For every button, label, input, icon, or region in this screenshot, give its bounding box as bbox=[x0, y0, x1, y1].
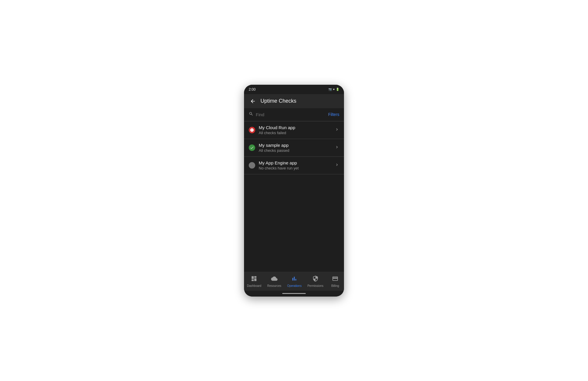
permissions-icon bbox=[312, 275, 319, 283]
back-button[interactable] bbox=[249, 97, 257, 105]
camera-icon: 📷 bbox=[328, 88, 332, 91]
home-bar bbox=[282, 293, 306, 294]
wifi-icon: ▾ bbox=[333, 88, 335, 91]
list-item[interactable]: My sample app All checks passed bbox=[244, 139, 344, 157]
page-title: Uptime Checks bbox=[260, 98, 296, 104]
nav-label-resources: Resources bbox=[267, 284, 281, 287]
home-indicator bbox=[244, 291, 344, 297]
chevron-right-icon bbox=[335, 145, 339, 151]
list-item[interactable]: My App Engine app No checks have run yet bbox=[244, 157, 344, 174]
nav-label-dashboard: Dashboard bbox=[247, 284, 261, 287]
status-icons: 📷 ▾ 🔋 bbox=[328, 88, 339, 91]
divider-3 bbox=[244, 174, 344, 174]
chevron-right-icon bbox=[335, 162, 339, 168]
status-bar: 2:00 📷 ▾ 🔋 bbox=[244, 85, 344, 94]
operations-icon bbox=[291, 275, 298, 283]
battery-icon: 🔋 bbox=[336, 88, 339, 91]
list-item[interactable]: My Cloud Run app All checks failed bbox=[244, 122, 344, 139]
bottom-nav: Dashboard Resources Operations bbox=[244, 272, 344, 291]
nav-item-permissions[interactable]: Permissions bbox=[305, 274, 326, 289]
status-error-icon bbox=[249, 127, 255, 133]
nav-item-billing[interactable]: Billing bbox=[326, 274, 344, 289]
search-bar: Filters bbox=[244, 108, 344, 121]
status-success-icon bbox=[249, 144, 255, 151]
item-content: My Cloud Run app All checks failed bbox=[259, 125, 331, 135]
chevron-right-icon bbox=[335, 127, 339, 133]
billing-icon bbox=[332, 275, 338, 283]
item-content: My App Engine app No checks have run yet bbox=[259, 160, 331, 170]
status-time: 2:00 bbox=[249, 87, 255, 91]
item-title: My Cloud Run app bbox=[259, 125, 331, 130]
top-bar: Uptime Checks bbox=[244, 94, 344, 108]
nav-item-dashboard[interactable]: Dashboard bbox=[244, 274, 264, 289]
resources-icon bbox=[271, 275, 278, 283]
item-subtitle: All checks passed bbox=[259, 148, 331, 153]
status-neutral-icon bbox=[249, 162, 255, 169]
phone-frame: 2:00 📷 ▾ 🔋 Uptime Checks Filters bbox=[244, 85, 344, 297]
item-subtitle: All checks failed bbox=[259, 131, 331, 135]
item-subtitle: No checks have run yet bbox=[259, 166, 331, 170]
nav-label-operations: Operations bbox=[287, 284, 302, 287]
search-input[interactable] bbox=[256, 112, 326, 117]
nav-item-resources[interactable]: Resources bbox=[264, 274, 284, 289]
filters-button[interactable]: Filters bbox=[328, 112, 339, 117]
list-container: My Cloud Run app All checks failed My sa… bbox=[244, 122, 344, 272]
item-title: My sample app bbox=[259, 143, 331, 148]
item-title: My App Engine app bbox=[259, 160, 331, 165]
nav-label-billing: Billing bbox=[331, 284, 339, 287]
nav-item-operations[interactable]: Operations bbox=[284, 274, 305, 289]
search-icon bbox=[249, 112, 253, 117]
dashboard-icon bbox=[251, 275, 257, 283]
nav-label-permissions: Permissions bbox=[308, 284, 323, 287]
item-content: My sample app All checks passed bbox=[259, 143, 331, 153]
